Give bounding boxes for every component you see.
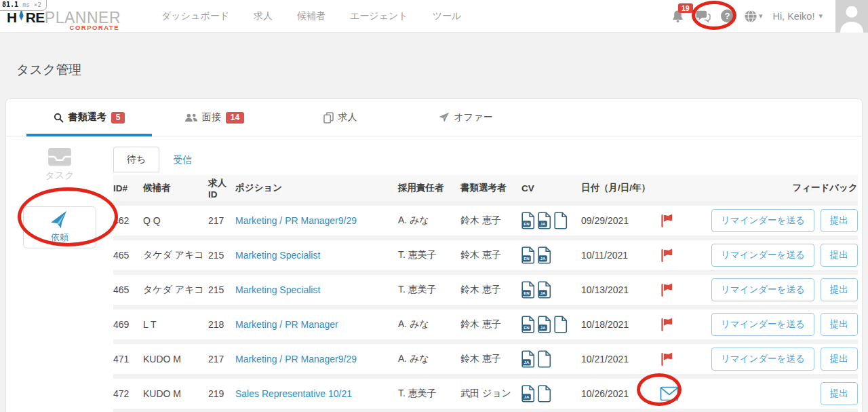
position-link[interactable]: Marketing Specialist [235,284,320,295]
cell-id: 469 [113,319,143,330]
cell-indicator [660,283,711,297]
tab-jobs[interactable]: 求人 [277,99,403,136]
submit-button[interactable]: 提出 [821,313,858,336]
sidebar-item-requests[interactable]: 依頼 [23,206,96,248]
send-reminder-button[interactable]: リマインダーを送る [711,313,814,336]
cell-position: Marketing / PR Manager [235,319,398,330]
send-reminder-button[interactable]: リマインダーを送る [711,209,814,232]
position-link[interactable]: Marketing Specialist [235,250,320,261]
flag-icon[interactable] [660,248,675,263]
avatar[interactable] [835,0,868,33]
send-reminder-button[interactable]: リマインダーを送る [711,278,814,301]
perf-overlay-chip: 81.1 ms ×2 [0,0,47,11]
cv-doc-blank-icon[interactable] [538,350,552,368]
cell-cv-docs: EN JA [521,246,581,264]
send-reminder-button[interactable]: リマインダーを送る [711,348,814,371]
flag-icon[interactable] [660,214,675,228]
tab-interview[interactable]: 面接 14 [152,99,277,136]
tab-label: オファー [454,111,493,124]
language-globe-icon[interactable]: ▾ [744,10,763,23]
nav-item-tools[interactable]: ツール [433,10,462,22]
cell-screener: 鈴木 恵子 [460,214,521,227]
table-body: 462 Q Q 217 Marketing / PR Manager9/29 A… [113,201,858,409]
tab-count-badge: 14 [226,112,244,124]
nav-item-dashboard[interactable]: ダッシュボード [161,10,229,22]
cell-candidate: タケダ アキコ [143,284,208,296]
cell-manager: A. みな [398,353,460,365]
cell-feedback-actions: リマインダーを送る提出 [711,313,858,336]
submit-button[interactable]: 提出 [821,348,858,371]
main-tab-bar: 書類選考 5 面接 14 求人 オファー [6,99,862,136]
page-title: タスク管理 [16,61,868,79]
tab-document-screening[interactable]: 書類選考 5 [26,99,152,136]
submit-button[interactable]: 提出 [821,209,858,232]
submit-button[interactable]: 提出 [821,244,858,267]
chat-icon[interactable] [696,10,711,23]
tab-label: 面接 [202,111,221,124]
inbox-tray-icon [46,147,73,167]
flag-icon[interactable] [660,318,675,332]
svg-text:JA: JA [524,394,530,399]
cv-doc-en-icon[interactable]: EN [521,281,536,299]
sidebar-item-tasks[interactable]: タスク [45,147,75,182]
tab-count-badge: 5 [111,112,125,124]
svg-text:EN: EN [524,325,530,330]
cv-doc-en-icon[interactable]: EN [521,246,536,264]
position-link[interactable]: Sales Representative 10/21 [235,388,352,399]
cell-id: 465 [113,284,143,295]
subtab-inbox[interactable]: 受信 [159,148,205,172]
position-link[interactable]: Marketing / PR Manager9/29 [235,215,357,226]
notification-bell-icon[interactable]: 19 [670,8,686,24]
table-row: 465 タケダ アキコ 215 Marketing Specialist T. … [113,236,858,270]
user-menu[interactable]: Hi, Keiko! ▾ [772,11,823,22]
table-row: 462 Q Q 217 Marketing / PR Manager9/29 A… [113,201,858,236]
cv-doc-ja-icon[interactable]: JA [538,316,552,333]
cell-position: Marketing / PR Manager9/29 [235,215,398,226]
cell-cv-docs: JA [521,350,581,368]
cell-feedback-actions: リマインダーを送る提出 [711,348,858,371]
cv-doc-blank-icon[interactable] [538,385,552,402]
cell-job-id: 218 [208,319,235,330]
sidebar-requests-label: 依頼 [51,231,68,244]
help-icon[interactable]: ? [721,10,734,22]
col-header-candidate: 候補者 [143,182,208,194]
notification-count-badge: 19 [678,3,693,13]
cell-indicator [660,386,711,401]
nav-item-candidates[interactable]: 候補者 [297,10,326,22]
submit-button[interactable]: 提出 [821,382,858,405]
cell-indicator [660,318,711,332]
cell-candidate: KUDO M [143,388,208,399]
cell-job-id: 215 [208,250,235,261]
send-reminder-button[interactable]: リマインダーを送る [711,244,814,267]
col-header-feedback: フィードバック [711,182,858,194]
cv-doc-en-icon[interactable]: EN [521,316,536,333]
tab-offers[interactable]: オファー [403,99,528,136]
nav-item-jobs[interactable]: 求人 [254,10,273,22]
cell-feedback-actions: リマインダーを送る提出 [711,209,858,232]
cv-doc-ja-icon[interactable]: JA [538,246,552,264]
cell-date: 10/21/2021 [581,354,660,364]
cv-doc-ja-icon[interactable]: JA [521,350,536,368]
cell-manager: T. 恵美子 [398,388,460,400]
subtab-waiting[interactable]: 待ち [113,147,159,172]
cv-doc-ja-icon[interactable]: JA [538,281,552,299]
cell-job-id: 217 [208,354,235,364]
flag-icon[interactable] [660,352,675,367]
submit-button[interactable]: 提出 [821,278,858,301]
position-link[interactable]: Marketing / PR Manager [235,319,338,330]
chevron-down-icon: ▾ [759,12,763,20]
cv-doc-ja-icon[interactable]: JA [538,212,552,229]
cell-date: 10/26/2021 [581,388,660,399]
cv-doc-blank-icon[interactable] [554,316,568,333]
paper-plane-icon [48,211,71,230]
cv-doc-blank-icon[interactable] [554,212,568,229]
nav-item-agents[interactable]: エージェント [350,10,408,22]
cv-doc-en-icon[interactable]: EN [521,212,536,229]
envelope-icon[interactable] [660,386,679,401]
cv-doc-ja-icon[interactable]: JA [521,385,536,402]
tab-label: 書類選考 [68,111,106,124]
position-link[interactable]: Marketing / PR Manager9/29 [235,354,357,364]
cell-candidate: L T [143,319,208,330]
cell-screener: 鈴木 恵子 [460,318,521,331]
flag-icon[interactable] [660,283,675,297]
